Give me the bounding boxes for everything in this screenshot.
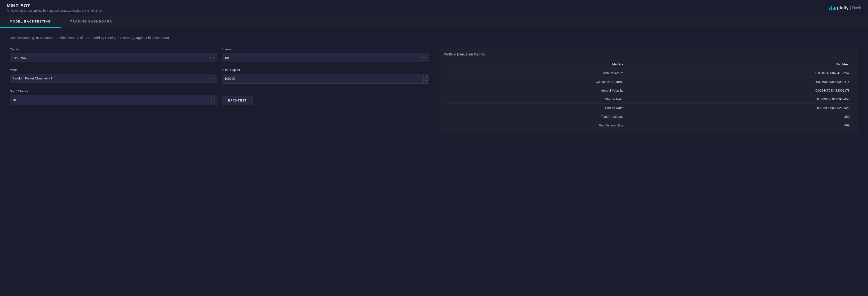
shares-down[interactable]: ▼ <box>212 100 217 105</box>
metric-name: Sortino Ratio <box>444 104 627 112</box>
plotly-bar-2 <box>831 6 832 10</box>
interval-clear-icon[interactable]: × <box>422 56 424 60</box>
app-header: MIND BOT An Automated program that buy a… <box>0 0 868 16</box>
metric-name: Cumulative Returns <box>444 77 627 86</box>
form-row-shares-backtest: No of Shares ▲ ▼ BACKTEST <box>10 89 429 105</box>
tab-model-backtesting[interactable]: MODEL BACKTESTING <box>0 16 61 28</box>
content-grid: Crypto BTC/USD × ▾ Interval 1m × ▾ <box>10 47 858 134</box>
initial-capital-down[interactable]: ▼ <box>424 79 429 83</box>
form-group-model: Model Random Forest Classifier - 1 × ▾ <box>10 68 217 84</box>
metric-name: Annual Volatility <box>444 86 627 95</box>
backtest-col-header: Backtest <box>627 60 854 69</box>
metric-name: Annual Return <box>444 69 627 77</box>
metrics-row: Test Dataset Size699 <box>444 121 854 130</box>
metric-backtest-value: 699 <box>627 121 854 130</box>
plotly-bar-1 <box>829 7 831 10</box>
description-text: Use Backtesting, to evaluate the effecti… <box>10 36 858 40</box>
metric-backtest-value: 280 <box>627 112 854 121</box>
metrics-col-header: Metrics <box>444 60 627 69</box>
metrics-row: Sharpe Ratio0.09390210141042457 <box>444 95 854 104</box>
app-title: MIND BOT <box>7 3 102 8</box>
shares-spinners: ▲ ▼ <box>211 95 217 105</box>
metrics-row: Annual Volatility0.011447033432001178 <box>444 86 854 95</box>
model-label: Model <box>10 68 217 72</box>
metrics-title: Portfolio Evaluation Metrics <box>444 52 854 56</box>
metrics-table: Metrics Backtest Annual Return0.00107490… <box>444 60 854 130</box>
metric-backtest-value: 0.0027999999999992475 <box>627 77 854 86</box>
form-group-initial-capital: Initial Capital ▲ ▼ <box>222 68 429 84</box>
backtest-button[interactable]: BACKTEST <box>222 96 253 105</box>
form-group-interval: Interval 1m × ▾ <box>222 47 429 62</box>
shares-input[interactable] <box>10 97 211 103</box>
model-value: Random Forest Classifier - 1 <box>12 76 209 80</box>
metric-name: Total Profit/Loss <box>444 112 627 121</box>
app-subtitle: An Automated program that buy and sell c… <box>7 9 102 12</box>
metric-backtest-value: 0.001074900494182952 <box>627 69 854 77</box>
main-content: Use Backtesting, to evaluate the effecti… <box>0 28 868 142</box>
interval-label: Interval <box>222 47 429 51</box>
tabs-nav: MODEL BACKTESTING TRADING DASHBOARD <box>0 16 868 28</box>
initial-capital-input[interactable] <box>222 75 424 82</box>
model-select[interactable]: Random Forest Classifier - 1 × ▾ <box>10 74 217 83</box>
form-row-crypto-interval: Crypto BTC/USD × ▾ Interval 1m × ▾ <box>10 47 429 62</box>
initial-capital-up[interactable]: ▲ <box>424 74 429 78</box>
initial-capital-label: Initial Capital <box>222 68 429 72</box>
metric-backtest-value: 0.09390210141042457 <box>627 95 854 104</box>
tab-trading-dashboard[interactable]: TRADING DASHBOARD <box>61 16 122 28</box>
metrics-row: Total Profit/Loss280 <box>444 112 854 121</box>
crypto-clear-icon[interactable]: × <box>209 56 211 60</box>
interval-arrow-icon[interactable]: ▾ <box>425 56 427 59</box>
initial-capital-input-wrapper: ▲ ▼ <box>222 74 429 84</box>
form-section: Crypto BTC/USD × ▾ Interval 1m × ▾ <box>10 47 429 105</box>
plotly-text: plotly <box>837 5 848 10</box>
form-group-crypto: Crypto BTC/USD × ▾ <box>10 47 217 62</box>
plotly-bar-4 <box>834 7 836 10</box>
shares-label: No of Shares <box>10 89 217 93</box>
interval-select[interactable]: 1m × ▾ <box>222 53 429 62</box>
header-left: MIND BOT An Automated program that buy a… <box>7 3 102 12</box>
header-right: plotly | Dash <box>829 5 861 10</box>
metric-name: Test Dataset Size <box>444 121 627 130</box>
metrics-header-row: Metrics Backtest <box>444 60 854 69</box>
shares-input-wrapper: ▲ ▼ <box>10 95 217 105</box>
plotly-icon <box>829 6 836 10</box>
form-group-backtest-btn: BACKTEST <box>222 89 429 105</box>
form-row-model-capital: Model Random Forest Classifier - 1 × ▾ I… <box>10 68 429 84</box>
metric-name: Sharpe Ratio <box>444 95 627 104</box>
shares-up[interactable]: ▲ <box>212 95 217 100</box>
crypto-arrow-icon[interactable]: ▾ <box>213 56 214 59</box>
metrics-row: Annual Return0.001074900494182952 <box>444 69 854 77</box>
crypto-select[interactable]: BTC/USD × ▾ <box>10 53 217 62</box>
metric-backtest-value: 0.011447033432001178 <box>627 86 854 95</box>
dash-text: | Dash <box>850 6 861 10</box>
plotly-logo: plotly | Dash <box>829 5 861 10</box>
form-group-shares: No of Shares ▲ ▼ <box>10 89 217 105</box>
metric-backtest-value: 0.13399050599216425 <box>627 104 854 112</box>
metrics-row: Cumulative Returns0.0027999999999992475 <box>444 77 854 86</box>
metrics-row: Sortino Ratio0.13399050599216425 <box>444 104 854 112</box>
crypto-label: Crypto <box>10 47 217 51</box>
model-arrow-icon[interactable]: ▾ <box>213 76 214 80</box>
initial-capital-spinners: ▲ ▼ <box>423 74 429 83</box>
metrics-section: Portfolio Evaluation Metrics Metrics Bac… <box>439 47 858 134</box>
crypto-value: BTC/USD <box>12 56 209 60</box>
plotly-bar-3 <box>833 8 834 10</box>
interval-value: 1m <box>225 56 422 60</box>
metrics-tbody: Annual Return0.001074900494182952Cumulat… <box>444 69 854 130</box>
model-clear-icon[interactable]: × <box>209 76 211 80</box>
